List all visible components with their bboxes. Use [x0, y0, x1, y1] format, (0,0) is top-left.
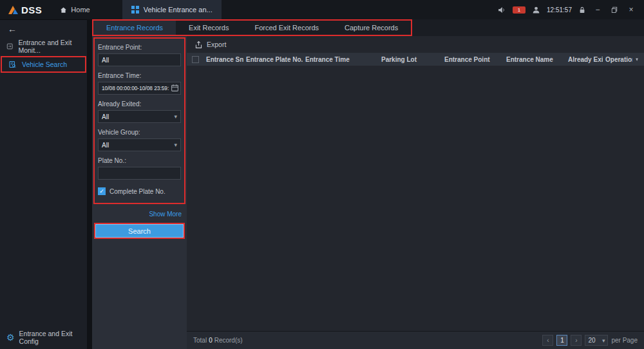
col-entrance-snapshot[interactable]: Entrance Snap... [204, 53, 243, 66]
calendar-icon[interactable] [171, 84, 179, 92]
home-tab[interactable]: Home [50, 6, 100, 14]
vehicle-group-label: Vehicle Group: [98, 129, 181, 136]
page-size-select[interactable]: 20 ▾ [585, 335, 608, 346]
chevron-down-icon: ▾ [602, 337, 605, 344]
alarm-count-badge[interactable]: 1 [513, 6, 526, 14]
page-number-button[interactable]: 1 [556, 335, 567, 346]
tab-label: Capture Records [345, 24, 398, 32]
vehicle-group-select[interactable]: All ▾ [98, 138, 181, 151]
prev-page-button[interactable]: ‹ [542, 335, 553, 346]
records-main: Export Entrance Snap... Entrance Plate N… [187, 36, 644, 349]
col-entrance-point[interactable]: Entrance Point [442, 53, 504, 66]
restore-button[interactable] [609, 6, 620, 14]
minimize-button[interactable]: − [592, 5, 603, 14]
tab-label: Entrance Records [106, 24, 163, 32]
already-exited-value: All [102, 113, 109, 120]
close-button[interactable]: × [626, 5, 636, 14]
table-body-empty [187, 66, 644, 331]
total-label: Total [193, 337, 207, 344]
col-entrance-name[interactable]: Entrance Name [504, 53, 565, 66]
export-button[interactable]: Export [207, 41, 226, 48]
plate-no-label: Plate No.: [98, 157, 181, 164]
dss-app-window: DSS Home Vehicle Entrance an... 1 12:51:… [0, 0, 644, 349]
entrance-point-label: Entrance Point: [98, 44, 181, 51]
lock-icon[interactable] [578, 6, 586, 14]
pagination: ‹ 1 › 20 ▾ per Page [542, 335, 638, 346]
sidebar: ← Entrance and Exit Monit... Vehicle Sea… [0, 19, 87, 349]
already-exited-select[interactable]: All ▾ [98, 110, 181, 123]
topbar: DSS Home Vehicle Entrance an... 1 12:51:… [0, 0, 644, 19]
tab-forced-exit-records[interactable]: Forced Exit Records [242, 21, 332, 35]
search-button-annotation-box: Search [94, 223, 185, 239]
tab-entrance-records[interactable]: Entrance Records [93, 21, 176, 35]
back-button[interactable]: ← [0, 20, 87, 38]
monitoring-icon [6, 42, 13, 50]
entrance-time-label: Entrance Time: [98, 72, 181, 79]
vehicle-group-value: All [102, 142, 109, 149]
sidebar-item-vehicle-search[interactable]: Vehicle Search [1, 56, 86, 73]
complete-plate-checkbox[interactable]: ✓ [98, 187, 106, 195]
topbar-controls: 1 12:51:57 − × [497, 5, 644, 14]
sidebar-item-label: Vehicle Search [22, 61, 67, 68]
filter-fields-annotation-box: Entrance Point: Entrance Time: Already E… [93, 37, 185, 204]
already-exited-label: Already Exited: [98, 100, 181, 108]
records-label: Record(s) [214, 337, 243, 344]
col-parking-lot[interactable]: Parking Lot [379, 53, 442, 66]
sidebar-item-label: Entrance and Exit Monit... [18, 39, 80, 54]
plate-no-input[interactable] [98, 167, 181, 180]
vehicle-entrance-tab[interactable]: Vehicle Entrance an... [122, 0, 222, 19]
sidebar-item-entrance-exit-monitoring[interactable]: Entrance and Exit Monit... [0, 38, 87, 55]
show-more-link[interactable]: Show More [97, 211, 182, 218]
dss-logo-text: DSS [21, 5, 42, 15]
dss-logo-icon [8, 5, 19, 15]
complete-plate-label: Complete Plate No. [109, 188, 166, 195]
col-entrance-time[interactable]: Entrance Time [303, 53, 379, 66]
back-arrow-icon: ← [8, 24, 17, 34]
select-all-checkbox[interactable] [192, 56, 199, 63]
page-size-value: 20 [588, 337, 595, 344]
records-tabs-annotation-box: Entrance Records Exit Records Forced Exi… [92, 19, 412, 36]
speaker-icon[interactable] [497, 6, 506, 14]
modules-grid-icon [131, 6, 139, 14]
col-operation[interactable]: Operation [603, 53, 632, 66]
vehicle-search-icon [8, 61, 17, 68]
search-button[interactable]: Search [95, 224, 184, 238]
sidebar-item-entrance-exit-config[interactable]: ⚙ Entrance and Exit Config [0, 330, 87, 345]
tab-label: Exit Records [189, 24, 229, 32]
home-icon [60, 6, 67, 14]
home-tab-label: Home [71, 6, 90, 14]
filter-funnel-icon[interactable] [635, 56, 639, 63]
chevron-down-icon: ▾ [174, 113, 177, 120]
record-count: 0 [209, 337, 213, 344]
records-toolbar: Export [187, 36, 644, 53]
entrance-time-input[interactable] [98, 82, 181, 95]
gear-icon: ⚙ [6, 332, 15, 343]
column-filter-cell [632, 53, 644, 66]
chevron-down-icon: ▾ [174, 142, 177, 148]
next-page-button[interactable]: › [571, 335, 582, 346]
records-tabbar: Entrance Records Exit Records Forced Exi… [92, 19, 644, 36]
entrance-point-input[interactable] [98, 53, 181, 66]
sidebar-config-label: Entrance and Exit Config [19, 330, 80, 345]
select-all-checkbox-cell [187, 53, 204, 66]
export-icon [194, 41, 203, 49]
vehicle-entrance-tab-label: Vehicle Entrance an... [144, 6, 213, 14]
tab-capture-records[interactable]: Capture Records [332, 21, 411, 35]
table-footer: Total 0 Record(s) ‹ 1 › 20 ▾ per Page [187, 331, 644, 349]
dss-logo: DSS [0, 5, 50, 15]
content-area: Entrance Records Exit Records Forced Exi… [87, 19, 644, 349]
clock-time: 12:51:57 [547, 6, 572, 14]
tab-label: Forced Exit Records [254, 24, 319, 32]
per-page-label: per Page [611, 337, 638, 344]
table-header: Entrance Snap... Entrance Plate No. Entr… [187, 53, 644, 66]
col-already-exited[interactable]: Already Exited [565, 53, 603, 66]
tab-exit-records[interactable]: Exit Records [176, 21, 242, 35]
user-icon[interactable] [532, 6, 540, 14]
filter-panel: Entrance Point: Entrance Time: Already E… [92, 36, 187, 349]
col-entrance-plate-no[interactable]: Entrance Plate No. [243, 53, 303, 66]
